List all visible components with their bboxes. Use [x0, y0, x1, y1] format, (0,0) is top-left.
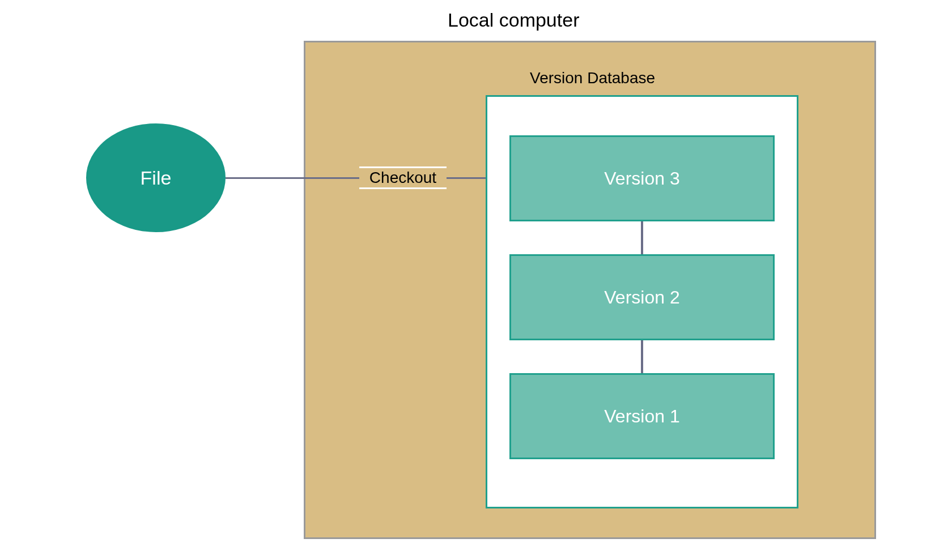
- version-2-node: Version 2: [509, 254, 775, 340]
- local-computer-title: Local computer: [448, 9, 579, 31]
- file-label: File: [141, 167, 172, 189]
- connector-v3-v2: [641, 221, 643, 254]
- connector-v2-v1: [641, 340, 643, 373]
- file-node: File: [86, 123, 226, 232]
- diagram-canvas: Local computer Checkout File Version Dat…: [0, 0, 952, 560]
- version-2-label: Version 2: [604, 287, 679, 308]
- version-3-node: Version 3: [509, 135, 775, 221]
- checkout-label-container: Checkout: [359, 166, 447, 189]
- version-1-node: Version 1: [509, 373, 775, 459]
- version-database-title: Version Database: [530, 69, 655, 87]
- checkout-label: Checkout: [369, 169, 436, 187]
- version-1-label: Version 1: [604, 406, 679, 427]
- version-3-label: Version 3: [604, 168, 679, 189]
